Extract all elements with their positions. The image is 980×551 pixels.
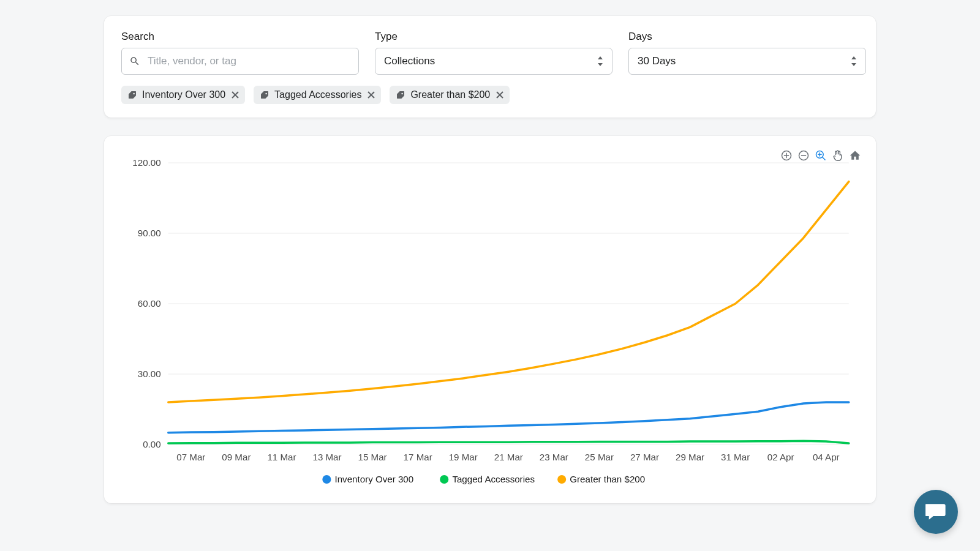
svg-text:17 Mar: 17 Mar (404, 452, 432, 462)
filter-chip[interactable]: Greater than $200 (390, 86, 510, 104)
chip-label: Tagged Accessories (274, 89, 361, 100)
tag-icon (260, 90, 270, 100)
svg-text:19 Mar: 19 Mar (449, 452, 478, 462)
filter-card: Search Type Collections Days 30 Days (104, 16, 876, 118)
chat-fab[interactable] (914, 490, 958, 534)
svg-text:25 Mar: 25 Mar (585, 452, 614, 462)
svg-text:Tagged Accessories: Tagged Accessories (452, 474, 535, 484)
line-chart: 0.0030.0060.0090.00120.0007 Mar09 Mar11 … (119, 151, 861, 493)
svg-point-44 (557, 475, 566, 484)
svg-text:23 Mar: 23 Mar (540, 452, 568, 462)
tag-icon (127, 90, 137, 100)
svg-text:21 Mar: 21 Mar (494, 452, 523, 462)
type-label: Type (375, 31, 612, 43)
svg-text:07 Mar: 07 Mar (176, 452, 205, 462)
type-select-value: Collections (384, 55, 435, 67)
filter-chips-row: Inventory Over 300 Tagged Accessories Gr… (121, 86, 859, 104)
days-select-value: 30 Days (638, 55, 676, 67)
tag-icon (396, 90, 405, 100)
svg-text:09 Mar: 09 Mar (222, 452, 251, 462)
filter-chip[interactable]: Inventory Over 300 (121, 86, 245, 104)
svg-point-40 (322, 475, 331, 484)
svg-text:0.00: 0.00 (143, 439, 160, 449)
days-label: Days (628, 31, 866, 43)
chip-label: Greater than $200 (410, 89, 490, 100)
svg-text:13 Mar: 13 Mar (312, 452, 341, 462)
chip-label: Inventory Over 300 (142, 89, 225, 100)
close-icon[interactable] (232, 91, 239, 99)
chart-card: 0.0030.0060.0090.00120.0007 Mar09 Mar11 … (104, 136, 876, 503)
search-icon (129, 56, 140, 67)
svg-text:31 Mar: 31 Mar (721, 452, 750, 462)
close-icon[interactable] (368, 91, 375, 99)
svg-text:Inventory Over 300: Inventory Over 300 (334, 474, 413, 484)
chevron-sort-icon (597, 56, 603, 66)
filter-chip[interactable]: Tagged Accessories (254, 86, 381, 104)
svg-text:30.00: 30.00 (138, 369, 161, 379)
chat-icon (925, 503, 946, 521)
type-select[interactable]: Collections (375, 48, 612, 75)
search-input[interactable] (146, 54, 351, 68)
search-label: Search (121, 31, 359, 43)
svg-text:15 Mar: 15 Mar (358, 452, 387, 462)
svg-point-42 (440, 475, 448, 484)
close-icon[interactable] (496, 91, 503, 99)
svg-text:02 Apr: 02 Apr (767, 452, 794, 462)
svg-text:04 Apr: 04 Apr (813, 452, 840, 462)
svg-text:29 Mar: 29 Mar (676, 452, 704, 462)
svg-text:27 Mar: 27 Mar (630, 452, 659, 462)
svg-text:Greater than $200: Greater than $200 (570, 474, 645, 484)
search-input-wrap[interactable] (121, 48, 359, 75)
days-select[interactable]: 30 Days (628, 48, 866, 75)
svg-text:120.00: 120.00 (132, 157, 160, 168)
svg-text:60.00: 60.00 (138, 298, 161, 309)
chevron-sort-icon (851, 56, 857, 66)
svg-text:11 Mar: 11 Mar (267, 452, 296, 462)
svg-text:90.00: 90.00 (138, 228, 161, 238)
